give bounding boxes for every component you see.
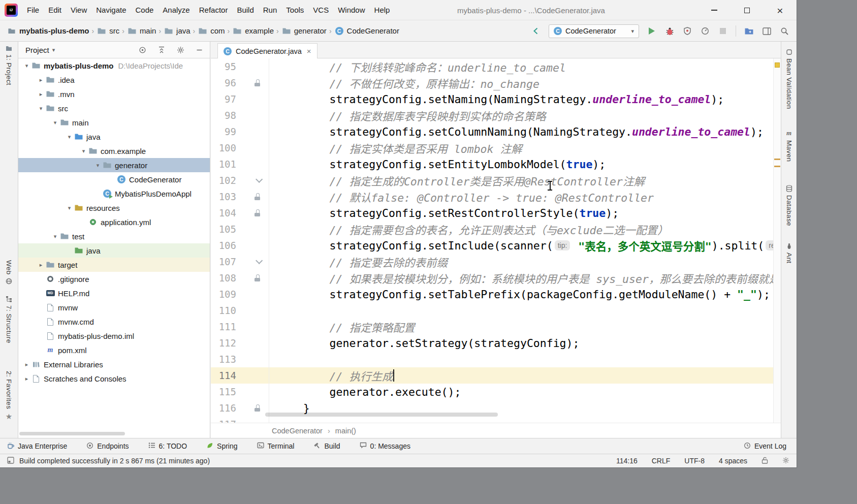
chevron-collapsed-icon[interactable]: ▸ xyxy=(37,262,45,268)
chevron-collapsed-icon[interactable]: ▸ xyxy=(22,375,31,382)
open-in-tool-icon[interactable] xyxy=(744,26,754,36)
menu-view[interactable]: View xyxy=(66,4,91,16)
tree-item-mvn[interactable]: ▸.mvn xyxy=(18,87,210,101)
tree-item-application-yml[interactable]: application.yml xyxy=(18,215,210,229)
tree-item-help-md[interactable]: MDHELP.md xyxy=(18,286,210,300)
nav-crumb-main[interactable]: main xyxy=(126,25,157,36)
tree-item-mybatisplusdemoappl[interactable]: CMybatisPlusDemoAppl xyxy=(18,186,210,201)
gutter-fold-area[interactable] xyxy=(238,404,263,412)
toolwindow-bean-validation-button[interactable]: Bean Validation xyxy=(781,49,797,109)
chevron-collapsed-icon[interactable]: ▸ xyxy=(37,77,45,83)
toolwindow-endpoints-button[interactable]: Endpoints xyxy=(86,442,129,451)
gutter-fold-area[interactable] xyxy=(238,209,263,216)
code-line-103[interactable]: 103 // 默认false: @Controller -> true: @Re… xyxy=(211,188,773,205)
chevron-expanded-icon[interactable]: ▾ xyxy=(37,105,45,112)
toolwindow-web-button[interactable]: Web xyxy=(0,260,18,285)
toolwindow-messages-button[interactable]: 0: Messages xyxy=(360,442,410,450)
tree-item-generator[interactable]: ▾generator xyxy=(18,158,210,172)
layout-windows-icon[interactable] xyxy=(761,26,772,36)
gutter-fold-area[interactable] xyxy=(238,178,263,183)
toolwindow-structure-button[interactable]: 7: Structure xyxy=(0,296,18,343)
tree-item-mybatis-plus-demo-iml[interactable]: mybatis-plus-demo.iml xyxy=(18,329,210,343)
tree-item-mybatis-plus-demo[interactable]: ▾mybatis-plus-demoD:\IdeaProjects\Ide xyxy=(18,58,210,73)
gutter-fold-area[interactable] xyxy=(238,259,263,264)
maximize-button[interactable] xyxy=(731,0,764,20)
chevron-expanded-icon[interactable]: ▾ xyxy=(51,119,59,126)
nav-crumb-generator[interactable]: generator xyxy=(281,25,327,36)
tree-item-idea[interactable]: ▸.idea xyxy=(18,73,210,87)
error-stripe[interactable] xyxy=(773,58,781,423)
code-line-109[interactable]: 109 strategyConfig.setTablePrefix(packag… xyxy=(211,286,773,302)
inspection-indicator-icon[interactable] xyxy=(775,62,780,68)
code-line-108[interactable]: 108 // 如果表是按模块划分，例如：系统模块的用户表是 sys_user，那… xyxy=(211,270,773,286)
nav-crumb-src[interactable]: src xyxy=(96,25,120,36)
tree-item-codegenerator[interactable]: CCodeGenerator xyxy=(18,172,210,186)
fold-chevron-icon[interactable] xyxy=(256,176,263,183)
settings-gear-icon[interactable] xyxy=(177,46,184,54)
stop-button[interactable] xyxy=(718,26,728,36)
code-line-110[interactable]: 110 xyxy=(211,302,773,319)
menu-build[interactable]: Build xyxy=(232,4,258,16)
fold-chevron-icon[interactable] xyxy=(256,257,263,264)
menu-code[interactable]: Code xyxy=(131,4,158,16)
tree-item-mvnw-cmd[interactable]: mvnw.cmd xyxy=(18,314,210,329)
tree-item-com-example[interactable]: ▾com.example xyxy=(18,144,210,158)
back-arrow-icon[interactable] xyxy=(531,26,541,36)
minimize-button[interactable] xyxy=(697,0,731,20)
tree-item-test[interactable]: ▾test xyxy=(18,229,210,243)
menu-help[interactable]: Help xyxy=(370,4,395,16)
readonly-lock-icon[interactable] xyxy=(761,457,768,465)
toolwindow-java-enterprise-button[interactable]: Java Enterprise xyxy=(7,442,67,451)
locate-file-icon[interactable] xyxy=(139,46,146,54)
chevron-expanded-icon[interactable]: ▾ xyxy=(65,134,74,140)
code-line-101[interactable]: 101 strategyConfig.setEntityLombokModel(… xyxy=(211,156,773,172)
warning-mark-icon[interactable] xyxy=(774,166,780,167)
chevron-expanded-icon[interactable]: ▾ xyxy=(51,233,59,240)
breadcrumb-class[interactable]: CodeGenerator xyxy=(272,427,323,435)
tree-item-target[interactable]: ▸target xyxy=(18,258,210,272)
caret-position-widget[interactable]: 114:16 xyxy=(616,457,638,465)
profiler-button[interactable] xyxy=(700,26,710,36)
chevron-expanded-icon[interactable]: ▾ xyxy=(65,205,74,211)
project-horizontal-scrollbar[interactable] xyxy=(19,432,125,435)
tree-item-main[interactable]: ▾main xyxy=(18,115,210,130)
project-panel-title[interactable]: Project xyxy=(25,46,49,54)
tree-item-mvnw[interactable]: mvnw xyxy=(18,300,210,314)
code-line-111[interactable]: 111 // 指定策略配置 xyxy=(211,319,773,335)
menu-vcs[interactable]: VCS xyxy=(308,4,333,16)
tree-item-pom-xml[interactable]: mpom.xml xyxy=(18,343,210,357)
nav-crumb-com[interactable]: com xyxy=(197,25,225,36)
indent-widget[interactable]: 4 spaces xyxy=(719,457,747,465)
encoding-widget[interactable]: UTF-8 xyxy=(684,457,705,465)
chevron-expanded-icon[interactable]: ▾ xyxy=(22,62,31,69)
code-line-114[interactable]: 114 // 执行生成 xyxy=(211,367,773,384)
gutter-fold-area[interactable] xyxy=(238,193,263,200)
code-line-102[interactable]: 102 // 指定生成的Controller类是否采用@RestControll… xyxy=(211,172,773,188)
status-message[interactable]: Build completed successfully in 2 s 867 … xyxy=(19,457,210,465)
close-button[interactable]: × xyxy=(764,0,797,20)
code-editor[interactable]: 95 // 下划线转驼峰命名：underline_to_camel96 // 不… xyxy=(211,58,773,423)
toolwindow-maven-button[interactable]: m Maven xyxy=(781,129,797,162)
run-button[interactable] xyxy=(647,26,657,36)
menu-edit[interactable]: Edit xyxy=(44,4,66,16)
chevron-collapsed-icon[interactable]: ▸ xyxy=(22,361,31,368)
menu-refactor[interactable]: Refactor xyxy=(195,4,233,16)
code-line-113[interactable]: 113 xyxy=(211,351,773,367)
code-line-112[interactable]: 112 generator.setStrategy(strategyConfig… xyxy=(211,335,773,351)
hide-panel-icon[interactable] xyxy=(196,47,203,53)
warning-mark-icon[interactable] xyxy=(774,159,780,160)
collapse-all-icon[interactable] xyxy=(158,46,165,53)
search-everywhere-icon[interactable] xyxy=(779,26,789,36)
tree-item-src[interactable]: ▾src xyxy=(18,101,210,115)
line-ending-widget[interactable]: CRLF xyxy=(652,457,671,465)
code-line-115[interactable]: 115 generator.execute(); xyxy=(211,384,773,400)
code-line-100[interactable]: 100 // 指定实体类是否采用 lombok 注解 xyxy=(211,140,773,156)
menu-analyze[interactable]: Analyze xyxy=(158,4,194,16)
code-line-96[interactable]: 96 // 不做任何改变，原样输出：no_change xyxy=(211,75,773,91)
nav-crumb-example[interactable]: example xyxy=(232,25,274,36)
tree-item-gitignore[interactable]: .gitignore xyxy=(18,272,210,286)
menu-navigate[interactable]: Navigate xyxy=(91,4,131,16)
menu-run[interactable]: Run xyxy=(259,4,282,16)
tree-item-java[interactable]: ▾java xyxy=(18,130,210,144)
code-line-98[interactable]: 98 // 指定数据库表字段映射到实体的命名策略 xyxy=(211,107,773,123)
